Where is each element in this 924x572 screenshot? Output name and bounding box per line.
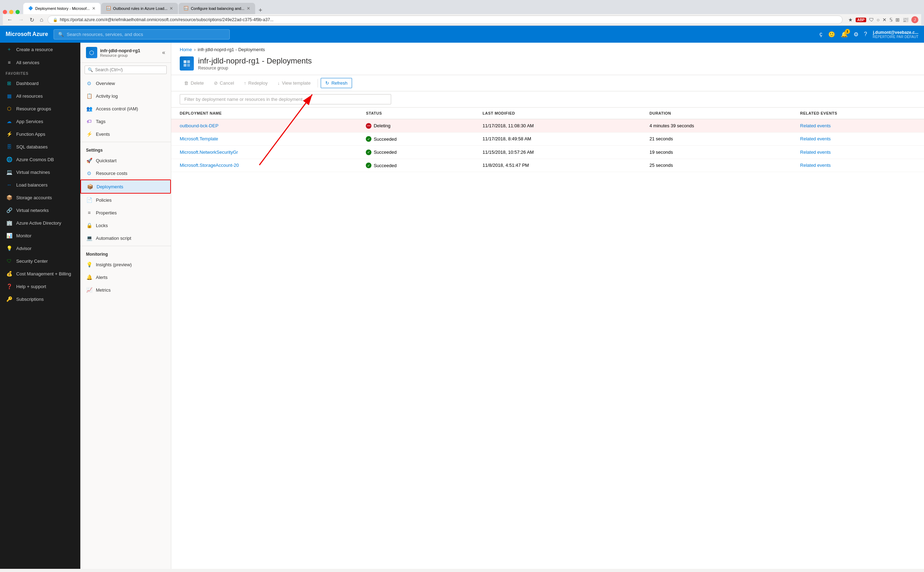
sidebar-item-all-resources[interactable]: ▦ All resources: [0, 90, 81, 102]
deployment-name-link-2[interactable]: Microsoft.Template: [180, 136, 218, 141]
sidebar-item-security-center[interactable]: 🛡 Security Center: [0, 255, 81, 267]
sidebar-item-app-services[interactable]: ☁ App Services: [0, 115, 81, 127]
extension-icon-6[interactable]: 📰: [902, 17, 908, 23]
minimize-button[interactable]: [9, 10, 13, 14]
sec-menu-policies[interactable]: 📄 Policies: [81, 194, 171, 206]
breadcrumb-home[interactable]: Home: [180, 47, 192, 52]
extension-icon-2[interactable]: ○: [877, 17, 880, 23]
properties-icon: ≡: [86, 210, 92, 216]
sidebar-item-virtual-machines[interactable]: 💻 Virtual machines: [0, 166, 81, 179]
cancel-button[interactable]: ⊘ Cancel: [210, 78, 238, 88]
back-button[interactable]: ←: [6, 16, 14, 23]
delete-button[interactable]: 🗑 Delete: [180, 78, 208, 88]
sec-menu-insights[interactable]: 💡 Insights (preview): [81, 258, 171, 271]
cloud-shell-icon[interactable]: ç: [820, 31, 823, 37]
browser-chrome: 🔷 Deployment history - Microsof... ✕ 🪟 O…: [0, 0, 924, 26]
sidebar-item-function-apps[interactable]: ⚡ Function Apps: [0, 127, 81, 140]
maximize-button[interactable]: [16, 10, 20, 14]
help-icon[interactable]: ?: [864, 31, 867, 37]
tab-deployment-history[interactable]: 🔷 Deployment history - Microsof... ✕: [23, 3, 101, 14]
sec-menu-tags[interactable]: 🏷 Tags: [81, 115, 171, 127]
cell-duration-4: 25 seconds: [641, 159, 792, 172]
extension-icon-3[interactable]: ✕: [882, 17, 887, 23]
tab-outbound-rules[interactable]: 🪟 Outbound rules in Azure Load... ✕: [101, 3, 178, 14]
resource-title-group: infr-jdld-noprd-rg1 Resource group: [100, 48, 140, 58]
user-menu[interactable]: j.dumont@veebaze.c... RÉPERTOIRE PAR DÉF…: [873, 30, 918, 39]
sidebar-item-load-balancers[interactable]: ↔ Load balancers: [0, 179, 81, 191]
notifications-icon[interactable]: 🔔 1: [841, 31, 848, 38]
extension-icon-5[interactable]: ⊞: [895, 17, 900, 23]
sec-menu-overview[interactable]: ⊙ Overview: [81, 77, 171, 90]
locks-icon: 🔒: [86, 222, 92, 228]
browser-actions: ★ ABP 🛡 ○ ✕ 𝕊 ⊞ 📰 J: [848, 16, 918, 23]
sec-menu-metrics[interactable]: 📈 Metrics: [81, 283, 171, 296]
view-template-button[interactable]: ↓ View template: [273, 78, 315, 88]
sidebar-item-cosmos-db[interactable]: 🌐 Azure Cosmos DB: [0, 153, 81, 166]
sidebar-item-cost-billing[interactable]: 💰 Cost Management + Billing: [0, 267, 81, 280]
extension-icon-1[interactable]: 🛡: [869, 17, 874, 23]
related-events-link-1[interactable]: Related events: [800, 123, 831, 128]
tab-configure[interactable]: 🪟 Configure load balancing and... ✕: [179, 3, 255, 14]
sec-menu-alerts[interactable]: 🔔 Alerts: [81, 271, 171, 283]
sidebar-item-create-resource[interactable]: ＋ Create a resource: [0, 43, 81, 56]
left-sidebar: ＋ Create a resource ≡ All services FAVOR…: [0, 43, 81, 569]
cell-events-4: Related events: [792, 159, 924, 172]
sidebar-item-dashboard[interactable]: ⊞ Dashboard: [0, 77, 81, 90]
feedback-icon[interactable]: 🙂: [828, 31, 835, 38]
sec-label-alerts: Alerts: [96, 275, 107, 280]
events-icon: ⚡: [86, 131, 92, 137]
tab-close-deployment[interactable]: ✕: [92, 6, 96, 11]
sidebar-item-storage-accounts[interactable]: 📦 Storage accounts: [0, 191, 81, 204]
deployment-name-link-1[interactable]: outbound-bck-DEP: [180, 123, 219, 128]
home-button[interactable]: ⌂: [39, 16, 45, 23]
sidebar-item-azure-ad[interactable]: 🏢 Azure Active Directory: [0, 216, 81, 229]
user-avatar[interactable]: J: [911, 16, 918, 23]
collapse-sidebar-button[interactable]: «: [162, 50, 165, 56]
extension-icon-4[interactable]: 𝕊: [890, 17, 893, 23]
sec-menu-activity-log[interactable]: 📋 Activity log: [81, 90, 171, 102]
related-events-link-2[interactable]: Related events: [800, 136, 831, 141]
new-tab-button[interactable]: +: [256, 7, 265, 14]
sec-menu-locks[interactable]: 🔒 Locks: [81, 219, 171, 232]
tab-icon-deployment: 🔷: [28, 6, 33, 11]
refresh-browser-button[interactable]: ↻: [28, 16, 36, 24]
close-button[interactable]: [3, 10, 7, 14]
cell-name-2: Microsoft.Template: [171, 132, 357, 146]
refresh-button[interactable]: ↻ Refresh: [321, 78, 352, 88]
filter-input[interactable]: [180, 94, 391, 104]
settings-icon[interactable]: ⚙: [854, 31, 859, 38]
sec-menu-events[interactable]: ⚡ Events: [81, 127, 171, 140]
search-bar[interactable]: 🔍: [54, 29, 230, 39]
secondary-search-bar[interactable]: 🔍: [85, 65, 167, 74]
status-text-2: Succeeded: [374, 137, 397, 142]
forward-button[interactable]: →: [17, 16, 25, 23]
related-events-link-3[interactable]: Related events: [800, 149, 831, 155]
sec-menu-quickstart[interactable]: 🚀 Quickstart: [81, 154, 171, 167]
related-events-link-4[interactable]: Related events: [800, 163, 831, 168]
sidebar-item-monitor[interactable]: 📊 Monitor: [0, 229, 81, 242]
sec-menu-access-control[interactable]: 👥 Access control (IAM): [81, 102, 171, 115]
bookmark-icon[interactable]: ★: [848, 17, 853, 23]
sidebar-item-all-services[interactable]: ≡ All services: [0, 56, 81, 69]
tab-close-configure[interactable]: ✕: [247, 6, 250, 11]
sidebar-item-subscriptions[interactable]: 🔑 Subscriptions: [0, 293, 81, 305]
tab-close-outbound[interactable]: ✕: [169, 6, 173, 11]
sec-menu-properties[interactable]: ≡ Properties: [81, 206, 171, 219]
sidebar-item-sql-databases[interactable]: 🗄 SQL databases: [0, 140, 81, 153]
sec-menu-automation[interactable]: 💻 Automation script: [81, 232, 171, 244]
sec-menu-resource-costs[interactable]: ⊙ Resource costs: [81, 167, 171, 179]
sidebar-item-help-support[interactable]: ❓ Help + support: [0, 280, 81, 293]
deployment-name-link-3[interactable]: Microsoft.NetworkSecurityGr: [180, 149, 238, 155]
sidebar-label-load-balancers: Load balancers: [16, 182, 48, 188]
abp-icon[interactable]: ABP: [856, 18, 866, 22]
search-input[interactable]: [67, 32, 225, 37]
sidebar-item-advisor[interactable]: 💡 Advisor: [0, 242, 81, 255]
all-resources-icon: ▦: [6, 93, 13, 99]
sidebar-item-virtual-networks[interactable]: 🔗 Virtual networks: [0, 204, 81, 216]
deployment-name-link-4[interactable]: Microsoft.StorageAccount-20: [180, 163, 239, 168]
sidebar-item-resource-groups[interactable]: ⬡ Resource groups: [0, 102, 81, 115]
redeploy-button[interactable]: ↑ Redeploy: [240, 78, 272, 88]
subscriptions-icon: 🔑: [6, 296, 13, 302]
secondary-search-input[interactable]: [95, 67, 164, 72]
sec-menu-deployments[interactable]: 📦 Deployments: [81, 179, 171, 194]
